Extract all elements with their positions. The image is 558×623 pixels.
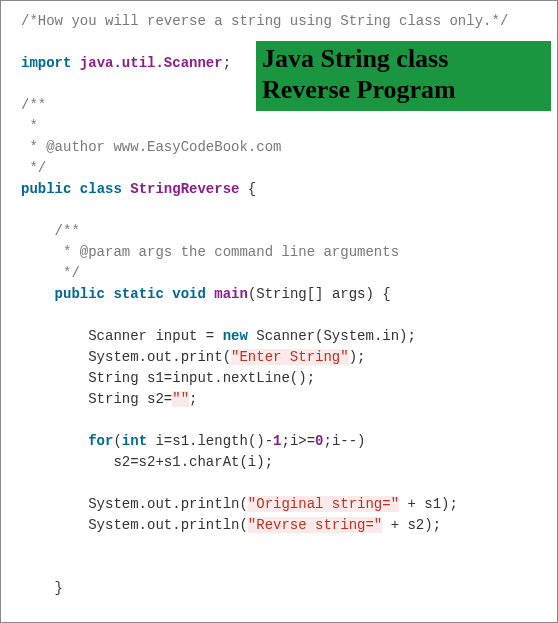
blank-line bbox=[21, 599, 557, 620]
scanner-line: Scanner input = new Scanner(System.in); bbox=[21, 326, 557, 347]
blank-line bbox=[21, 536, 557, 557]
println-orig: System.out.println("Original string=" + … bbox=[21, 494, 557, 515]
doc-star: * bbox=[21, 116, 557, 137]
blank-line bbox=[21, 305, 557, 326]
banner-line2: Reverse Program bbox=[262, 74, 545, 105]
brace-close-method: } bbox=[21, 578, 557, 599]
class-decl: public class StringReverse { bbox=[21, 179, 557, 200]
inner-doc-close: */ bbox=[21, 263, 557, 284]
comment-header: /*How you will reverse a string using St… bbox=[21, 11, 557, 32]
package: java.util.Scanner bbox=[80, 55, 223, 71]
blank-line bbox=[21, 473, 557, 494]
banner-line1: Java String class bbox=[262, 43, 545, 74]
kw-import: import bbox=[21, 55, 71, 71]
code-editor: Java String class Reverse Program /*How … bbox=[0, 0, 558, 623]
method-main: main bbox=[214, 286, 248, 302]
main-decl: public static void main(String[] args) { bbox=[21, 284, 557, 305]
doc-author: * @author www.EasyCodeBook.com bbox=[21, 137, 557, 158]
for-line: for(int i=s1.length()-1;i>=0;i--) bbox=[21, 431, 557, 452]
for-body: s2=s2+s1.charAt(i); bbox=[21, 452, 557, 473]
println-rev: System.out.println("Revrse string=" + s2… bbox=[21, 515, 557, 536]
blank-line bbox=[21, 557, 557, 578]
string-literal: "Revrse string=" bbox=[248, 517, 382, 533]
blank-line bbox=[21, 410, 557, 431]
class-name: StringReverse bbox=[130, 181, 239, 197]
inner-doc-open: /** bbox=[21, 221, 557, 242]
string-literal: "Enter String" bbox=[231, 349, 349, 365]
doc-close: */ bbox=[21, 158, 557, 179]
blank-line bbox=[21, 200, 557, 221]
print-line: System.out.print("Enter String"); bbox=[21, 347, 557, 368]
s1-line: String s1=input.nextLine(); bbox=[21, 368, 557, 389]
title-banner: Java String class Reverse Program bbox=[256, 41, 551, 111]
string-literal: "" bbox=[172, 391, 189, 407]
inner-doc-param: * @param args the command line arguments bbox=[21, 242, 557, 263]
string-literal: "Original string=" bbox=[248, 496, 399, 512]
s2-line: String s2=""; bbox=[21, 389, 557, 410]
number-literal: 1 bbox=[273, 433, 281, 449]
number-literal: 0 bbox=[315, 433, 323, 449]
